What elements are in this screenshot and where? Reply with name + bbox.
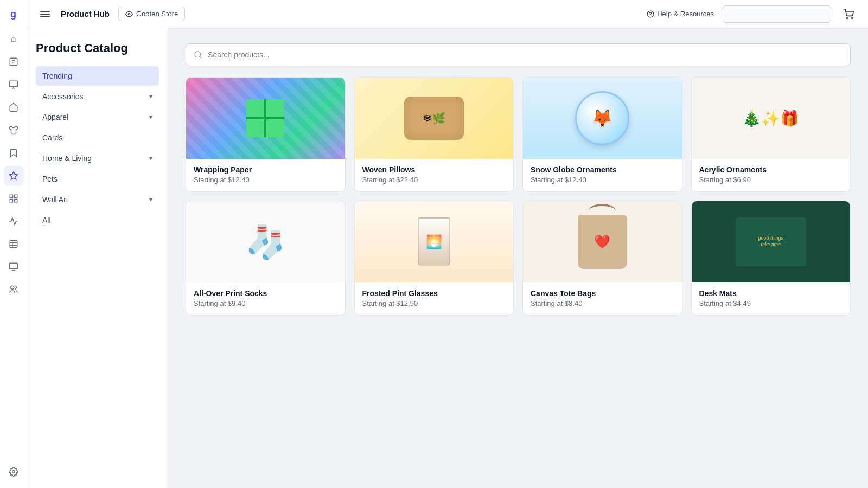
product-name-socks: All-Over Print Socks [194, 289, 337, 298]
sidebar-icon-hub[interactable] [4, 166, 23, 185]
product-card-pint-glasses[interactable]: 🌅 Frosted Pint Glasses Starting at $12.9… [354, 201, 514, 316]
product-image-wrapping-paper [186, 78, 345, 159]
product-price-woven-pillows: Starting at $22.40 [362, 176, 506, 184]
category-label-wall-art: Wall Art [42, 195, 68, 204]
category-label-apparel: Apparel [42, 113, 68, 121]
svg-rect-11 [10, 240, 17, 248]
product-price-snow-globe-ornaments: Starting at $12.40 [531, 176, 674, 184]
icon-sidebar: g ⌂ [0, 0, 27, 488]
product-image-socks: 🧦 [186, 201, 345, 282]
product-image-tote-bags: ❤️ [523, 201, 682, 282]
product-name-acrylic-ornaments: Acrylic Ornaments [699, 165, 843, 174]
page-title: Product Catalog [36, 41, 159, 55]
nav-title: Product Hub [61, 9, 110, 18]
svg-point-23 [852, 17, 853, 18]
cart-button[interactable] [840, 5, 857, 23]
product-info-desk-mats: Desk Mats Starting at $4.49 [692, 282, 851, 315]
sidebar-icon-chart[interactable] [4, 211, 23, 231]
product-price-pint-glasses: Starting at $12.90 [362, 299, 506, 307]
product-info-snow-globe-ornaments: Snow Globe Ornaments Starting at $12.40 [523, 159, 682, 191]
category-item-wall-art[interactable]: Wall Art ▾ [36, 190, 159, 209]
product-name-snow-globe-ornaments: Snow Globe Ornaments [531, 165, 674, 174]
svg-point-24 [195, 52, 201, 57]
product-image-desk-mats: good thingstake time [692, 201, 851, 282]
product-card-acrylic-ornaments[interactable]: 🎄✨🎁 Acrylic Ornaments Starting at $6.90 [691, 77, 851, 192]
chevron-down-icon: ▾ [149, 113, 152, 121]
product-name-pint-glasses: Frosted Pint Glasses [362, 289, 506, 298]
svg-point-19 [128, 13, 130, 15]
product-name-desk-mats: Desk Mats [699, 289, 843, 298]
sidebar-icon-store[interactable] [4, 98, 23, 117]
product-grid: Wrapping Paper Starting at $12.40 Woven … [186, 77, 851, 316]
search-bar [186, 43, 851, 66]
eye-icon [125, 10, 133, 18]
chevron-down-icon: ▾ [149, 93, 152, 100]
sidebar-icon-products[interactable] [4, 75, 23, 94]
content-area: Product Catalog Trending Accessories ▾ A… [27, 28, 868, 488]
product-info-socks: All-Over Print Socks Starting at $9.40 [186, 282, 345, 315]
sidebar-icon-data[interactable] [4, 257, 23, 277]
product-image-pint-glasses: 🌅 [355, 201, 514, 282]
svg-point-22 [847, 17, 848, 18]
category-item-home-living[interactable]: Home & Living ▾ [36, 149, 159, 168]
product-card-woven-pillows[interactable]: Woven Pillows Starting at $22.40 [354, 77, 514, 192]
product-card-socks[interactable]: 🧦 All-Over Print Socks Starting at $9.40 [186, 201, 346, 316]
top-nav: Product Hub Gooten Store Help & Resource… [27, 0, 868, 28]
category-label-accessories: Accessories [42, 92, 83, 101]
category-item-trending[interactable]: Trending [36, 66, 159, 86]
product-info-wrapping-paper: Wrapping Paper Starting at $12.40 [186, 159, 345, 191]
product-card-tote-bags[interactable]: ❤️ Canvas Tote Bags Starting at $8.40 [522, 201, 682, 316]
cart-icon [843, 9, 854, 20]
svg-point-18 [12, 471, 15, 473]
svg-rect-8 [14, 195, 17, 197]
sidebar-icon-table[interactable] [4, 234, 23, 254]
product-price-socks: Starting at $9.40 [194, 299, 337, 307]
category-item-apparel[interactable]: Apparel ▾ [36, 107, 159, 127]
sidebar-icon-home[interactable]: ⌂ [4, 29, 23, 49]
product-card-wrapping-paper[interactable]: Wrapping Paper Starting at $12.40 [186, 77, 346, 192]
right-content: Wrapping Paper Starting at $12.40 Woven … [168, 28, 868, 488]
sidebar-icon-team[interactable] [4, 280, 23, 299]
sidebar-icon-grid[interactable] [4, 189, 23, 208]
category-item-all[interactable]: All [36, 210, 159, 230]
product-price-tote-bags: Starting at $8.40 [531, 299, 674, 307]
help-icon [647, 10, 654, 18]
app-logo: g [6, 7, 21, 22]
search-input[interactable] [208, 50, 843, 59]
category-item-pets[interactable]: Pets [36, 169, 159, 189]
sidebar-icon-settings[interactable] [4, 462, 23, 481]
svg-rect-15 [9, 263, 17, 269]
chevron-down-icon: ▾ [149, 155, 152, 162]
product-info-tote-bags: Canvas Tote Bags Starting at $8.40 [523, 282, 682, 315]
hamburger-button[interactable] [38, 9, 52, 20]
product-name-tote-bags: Canvas Tote Bags [531, 289, 674, 298]
product-price-acrylic-ornaments: Starting at $6.90 [699, 176, 843, 184]
sidebar-icon-orders[interactable] [4, 52, 23, 72]
svg-point-17 [10, 286, 14, 289]
product-info-woven-pillows: Woven Pillows Starting at $22.40 [355, 159, 514, 191]
product-name-wrapping-paper: Wrapping Paper [194, 165, 337, 174]
category-label-all: All [42, 216, 51, 224]
help-resources-link[interactable]: Help & Resources [647, 10, 714, 18]
chevron-down-icon: ▾ [149, 196, 152, 203]
product-info-pint-glasses: Frosted Pint Glasses Starting at $12.90 [355, 282, 514, 315]
svg-line-25 [200, 56, 201, 58]
sidebar-icon-tshirt[interactable] [4, 120, 23, 140]
product-card-desk-mats[interactable]: good thingstake time Desk Mats Starting … [691, 201, 851, 316]
nav-search-box [723, 5, 831, 23]
svg-rect-9 [10, 200, 12, 202]
svg-rect-10 [14, 200, 17, 202]
product-image-woven-pillows [355, 78, 514, 159]
gooten-store-button[interactable]: Gooten Store [118, 7, 185, 21]
category-label-home-living: Home & Living [42, 154, 92, 163]
main-area: Product Hub Gooten Store Help & Resource… [27, 0, 868, 488]
product-image-acrylic-ornaments: 🎄✨🎁 [692, 78, 851, 159]
category-item-accessories[interactable]: Accessories ▾ [36, 87, 159, 106]
category-label-cards: Cards [42, 133, 62, 142]
product-card-snow-globe-ornaments[interactable]: 🦊 Snow Globe Ornaments Starting at $12.4… [522, 77, 682, 192]
product-price-desk-mats: Starting at $4.49 [699, 299, 843, 307]
svg-rect-3 [9, 81, 17, 87]
product-info-acrylic-ornaments: Acrylic Ornaments Starting at $6.90 [692, 159, 851, 191]
category-item-cards[interactable]: Cards [36, 128, 159, 147]
sidebar-icon-bookmarks[interactable] [4, 143, 23, 163]
